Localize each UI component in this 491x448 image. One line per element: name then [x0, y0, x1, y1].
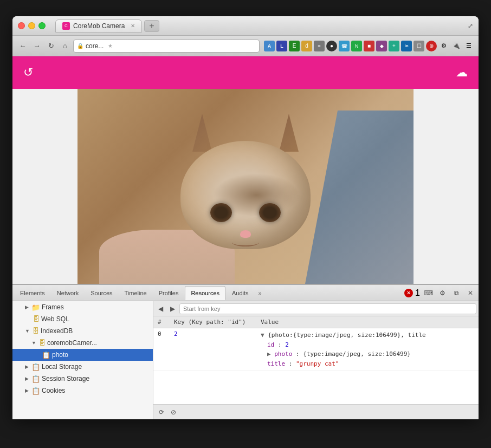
- ext5-icon[interactable]: ◆: [376, 41, 387, 51]
- ext2-icon[interactable]: ●: [326, 41, 337, 51]
- traffic-lights: [18, 22, 46, 29]
- frames-folder-icon: 📁: [31, 303, 40, 311]
- stop-icon[interactable]: ⊗: [426, 41, 437, 51]
- localstorage-arrow: ▶: [25, 364, 29, 369]
- ext1-icon[interactable]: ≡: [314, 41, 325, 51]
- col-num-header: #: [158, 319, 174, 326]
- browser-content: ↺ ☁: [12, 56, 479, 419]
- value-id-val: 2: [285, 341, 289, 348]
- ext4-icon[interactable]: ■: [364, 41, 374, 51]
- tab-profiles[interactable]: Profiles: [153, 286, 184, 300]
- settings-icon[interactable]: ⚙: [438, 41, 449, 51]
- sidebar-item-sessionstorage[interactable]: ▶ 📋 Session Storage: [12, 373, 153, 385]
- indexeddb-label: IndexedDB: [41, 327, 73, 335]
- tab-favicon: C: [62, 22, 70, 30]
- tab-sources[interactable]: Sources: [85, 286, 118, 300]
- browser-toolbar-icons: A L E d ≡ ● ☎ N ■ ◆ + in ☐ ⊗ ⚙ 🔌 ☰: [264, 41, 474, 51]
- home-button[interactable]: ⌂: [59, 40, 71, 52]
- table-row[interactable]: 0 2 ▼ {photo:{type:image/jpeg, size:1064…: [153, 328, 479, 371]
- sidebar-item-coremobcamera[interactable]: ▼ 🗄 coremobCamer...: [12, 337, 153, 349]
- sidebar-item-websql[interactable]: 🗄 Web SQL: [12, 313, 153, 325]
- sidebar-item-cookies[interactable]: ▶ 📋 Cookies: [12, 385, 153, 397]
- tab-bar: C CoreMob Camera ✕ +: [55, 20, 468, 33]
- minimize-button[interactable]: [28, 22, 35, 29]
- devtools-sidebar: ▶ 📁 Frames 🗄 Web SQL ▼ 🗄 Ind: [12, 301, 153, 419]
- tab-network[interactable]: Network: [51, 286, 84, 300]
- cat-head: [180, 141, 311, 249]
- next-record-button[interactable]: ▶: [167, 304, 177, 314]
- prev-record-button[interactable]: ◀: [156, 304, 165, 314]
- lastpass-icon[interactable]: L: [276, 41, 287, 51]
- evernote-icon[interactable]: E: [289, 41, 300, 51]
- address-bar[interactable]: 🔒 core... ★: [73, 40, 260, 53]
- ext8-icon[interactable]: 🔌: [451, 41, 462, 51]
- coremob-label: coremobCamer...: [47, 339, 97, 347]
- sidebar-item-photo[interactable]: 📋 photo: [12, 349, 153, 361]
- new-icon[interactable]: N: [351, 41, 362, 51]
- upload-icon[interactable]: ☁: [456, 66, 468, 80]
- close-devtools-btn[interactable]: ✕: [464, 287, 476, 299]
- reload-button[interactable]: ↻: [45, 40, 57, 52]
- col-value-header: Value: [261, 319, 474, 326]
- devtools-panel: Elements Network Sources Timeline Profil…: [12, 284, 479, 419]
- settings-btn[interactable]: ⚙: [436, 287, 448, 299]
- sidebar-item-frames[interactable]: ▶ 📁 Frames: [12, 301, 153, 313]
- title-bar: C CoreMob Camera ✕ + ⤢: [12, 16, 479, 36]
- dock-btn[interactable]: ⧉: [450, 287, 462, 299]
- cat-image: [77, 89, 414, 284]
- tab-audits[interactable]: Audits: [227, 286, 254, 300]
- value-photo-val: {type:image/jpeg, size:106499}: [303, 350, 411, 358]
- forward-button[interactable]: →: [31, 40, 43, 52]
- navigation-bar: ← → ↻ ⌂ 🔒 core... ★ A L E d ≡ ● ☎ N ■ ◆ …: [12, 36, 479, 56]
- start-from-key-input[interactable]: [179, 303, 476, 314]
- cookies-label: Cookies: [42, 387, 65, 394]
- tab-elements[interactable]: Elements: [15, 286, 50, 300]
- devtools-bottom-toolbar: ⟳ ⊘: [153, 404, 479, 419]
- linkedin-icon[interactable]: in: [401, 41, 412, 51]
- new-tab-button[interactable]: +: [144, 20, 159, 32]
- devtools-main-panel: ◀ ▶ # Key (Key path: "id") Valu: [153, 301, 479, 419]
- translate-icon[interactable]: A: [264, 41, 275, 51]
- frames-label: Frames: [42, 303, 64, 311]
- tab-close-button[interactable]: ✕: [131, 23, 135, 29]
- console-btn[interactable]: ⌨: [422, 287, 434, 299]
- back-button[interactable]: ←: [17, 40, 29, 52]
- back-icon[interactable]: ↺: [23, 66, 33, 80]
- photo-table-icon: 📋: [42, 351, 50, 359]
- websql-label: Web SQL: [41, 315, 69, 323]
- devtools-body: ▶ 📁 Frames 🗄 Web SQL ▼ 🗄 Ind: [12, 301, 479, 419]
- value-photo-key: photo: [274, 350, 292, 358]
- indexeddb-arrow: ▼: [25, 328, 30, 334]
- delicious-icon[interactable]: d: [301, 41, 312, 51]
- ext3-icon[interactable]: ☎: [339, 41, 350, 51]
- address-text: core...: [86, 42, 104, 50]
- value-colon3: :: [289, 360, 296, 367]
- value-colon1: :: [278, 341, 285, 348]
- close-button[interactable]: [18, 22, 25, 29]
- ext6-icon[interactable]: +: [389, 41, 399, 51]
- cookies-arrow: ▶: [25, 388, 29, 393]
- more-tabs-button[interactable]: »: [255, 289, 265, 297]
- clear-button[interactable]: ⊘: [169, 407, 178, 417]
- cat-nose: [240, 230, 251, 238]
- frames-arrow: ▶: [25, 304, 29, 310]
- refresh-button[interactable]: ⟳: [157, 407, 166, 417]
- browser-window: C CoreMob Camera ✕ + ⤢ ← → ↻ ⌂ 🔒 core...…: [12, 16, 479, 419]
- sidebar-item-indexeddb[interactable]: ▼ 🗄 IndexedDB: [12, 325, 153, 337]
- expand-button[interactable]: ⤢: [468, 22, 473, 30]
- tab-timeline[interactable]: Timeline: [119, 286, 152, 300]
- col-key-header: Key (Key path: "id"): [174, 319, 261, 326]
- cell-row-num: 0: [158, 329, 174, 339]
- sidebar-item-localstorage[interactable]: ▶ 📋 Local Storage: [12, 361, 153, 373]
- error-icon: ✕: [406, 290, 411, 296]
- table-header: # Key (Key path: "id") Value: [153, 316, 479, 328]
- devtools-status: ✕ 1 ⌨ ⚙ ⧉ ✕: [404, 287, 476, 299]
- ext7-icon[interactable]: ☐: [414, 41, 424, 51]
- active-tab[interactable]: C CoreMob Camera ✕: [55, 20, 142, 33]
- menu-icon[interactable]: ☰: [463, 41, 474, 51]
- sessionstorage-icon: 📋: [31, 375, 40, 383]
- tab-resources[interactable]: Resources: [185, 286, 225, 300]
- tab-title: CoreMob Camera: [73, 22, 125, 30]
- devtools-tab-bar: Elements Network Sources Timeline Profil…: [12, 285, 479, 301]
- maximize-button[interactable]: [38, 22, 46, 29]
